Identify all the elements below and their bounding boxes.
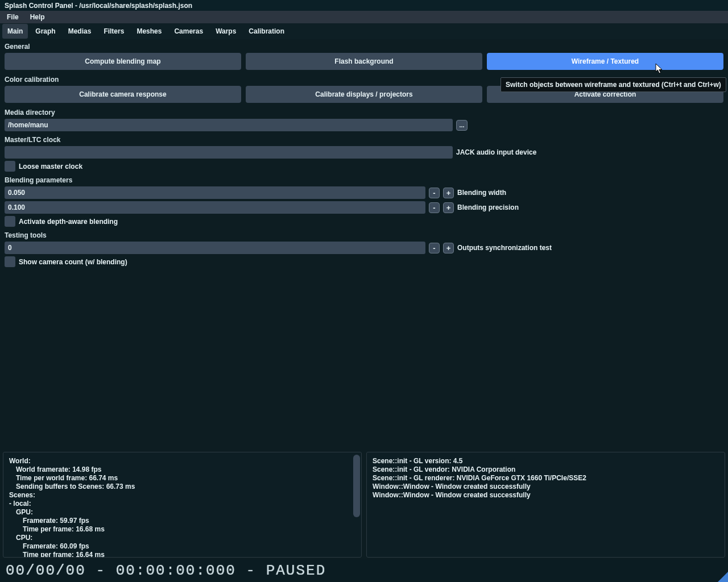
log-line: GPU: [9,508,355,517]
log-line: Framerate: 59.97 fps [9,517,355,525]
section-media-directory-label: Media directory [5,106,723,119]
compute-blending-button[interactable]: Compute blending map [5,53,241,70]
flash-background-button[interactable]: Flash background [246,53,482,70]
log-line: Window::Window - Window created successf… [373,483,719,491]
sync-test-label: Outputs synchronization test [457,244,552,252]
log-line: Window::Window - Window created successf… [373,491,719,500]
depth-aware-label: Activate depth-aware blending [19,218,118,226]
menu-bar: File Help [0,11,728,23]
status-text: 00/00/00 - 00:00:00:000 - PAUSED [6,562,326,579]
calibrate-displays-button[interactable]: Calibrate displays / projectors [246,86,482,103]
log-line: Sending buffers to Scenes: 66.73 ms [9,483,355,491]
log-area: World: World framerate: 14.98 fps Time p… [3,452,725,558]
tab-calibration[interactable]: Calibration [243,24,289,39]
tab-cameras[interactable]: Cameras [169,24,208,39]
tab-main[interactable]: Main [2,24,28,39]
log-line: Scenes: [9,491,355,500]
depth-aware-checkbox[interactable] [5,216,15,227]
wireframe-textured-button[interactable]: Wireframe / Textured [487,53,723,70]
jack-audio-input[interactable] [5,146,453,159]
browse-button[interactable]: ... [456,120,468,131]
tab-filters[interactable]: Filters [98,24,129,39]
blending-width-label: Blending width [457,189,506,197]
log-line: World framerate: 14.98 fps [9,465,355,474]
sync-test-minus[interactable]: - [429,243,440,253]
log-right-panel[interactable]: Scene::init - GL version: 4.5 Scene::ini… [366,452,725,558]
blending-precision-label: Blending precision [457,203,519,211]
blending-width-plus[interactable]: + [443,188,454,198]
log-line: World: [9,457,355,465]
log-line: Time per frame: 16.64 ms [9,551,355,558]
log-line: Time per world frame: 66.74 ms [9,474,355,483]
tab-bar: Main Graph Medias Filters Meshes Cameras… [0,23,728,39]
main-content: General Compute blending map Flash backg… [0,39,728,274]
window-title: Splash Control Panel - /usr/local/share/… [0,0,728,11]
section-testing-label: Testing tools [5,229,723,242]
tab-meshes[interactable]: Meshes [131,24,167,39]
log-line: CPU: [9,534,355,542]
loose-master-checkbox[interactable] [5,161,15,172]
sync-test-plus[interactable]: + [443,243,454,253]
section-blending-label: Blending parameters [5,174,723,186]
section-master-clock-label: Master/LTC clock [5,134,723,146]
blending-precision-minus[interactable]: - [429,202,440,213]
tab-medias[interactable]: Medias [63,24,97,39]
sync-test-input[interactable] [5,242,425,254]
log-line: - local: [9,500,355,508]
blending-width-input[interactable] [5,186,425,199]
tab-warps[interactable]: Warps [210,24,241,39]
blending-width-minus[interactable]: - [429,188,440,198]
show-camera-count-checkbox[interactable] [5,256,15,267]
calibrate-camera-button[interactable]: Calibrate camera response [5,86,241,103]
blending-precision-input[interactable] [5,201,425,214]
jack-audio-label: JACK audio input device [456,148,536,156]
log-line: Scene::init - GL renderer: NVIDIA GeForc… [373,474,719,483]
log-line: Framerate: 60.09 fps [9,542,355,551]
log-line: Scene::init - GL vendor: NVIDIA Corporat… [373,465,719,474]
loose-master-label: Loose master clock [19,163,82,171]
blending-precision-plus[interactable]: + [443,202,454,213]
menu-help[interactable]: Help [24,11,51,23]
media-directory-input[interactable] [5,119,453,131]
cursor-icon [655,63,663,74]
menu-file[interactable]: File [1,11,24,23]
resize-grip[interactable] [718,572,728,582]
status-bar: 00/00/00 - 00:00:00:000 - PAUSED [0,559,728,582]
tab-graph[interactable]: Graph [30,24,60,39]
show-camera-count-label: Show camera count (w/ blending) [19,258,127,266]
scrollbar-thumb[interactable] [353,455,360,517]
wireframe-tooltip: Switch objects between wireframe and tex… [500,77,726,92]
log-line: Time per frame: 16.68 ms [9,525,355,534]
log-left-panel[interactable]: World: World framerate: 14.98 fps Time p… [3,452,362,558]
log-line: Scene::init - GL version: 4.5 [373,457,719,465]
section-general-label: General [5,40,723,53]
